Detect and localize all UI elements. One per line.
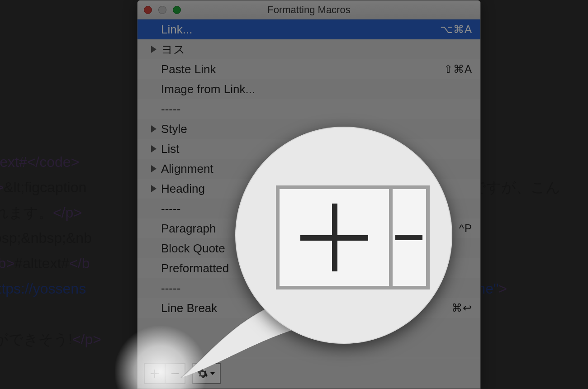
macro-item-paste-link[interactable]: Paste Link ⇧⌘A	[138, 59, 480, 79]
macro-item-label: Image from Link...	[161, 82, 472, 96]
magnified-add-button	[280, 189, 393, 286]
chevron-right-icon	[151, 185, 156, 192]
add-button[interactable]	[145, 364, 165, 383]
window-titlebar[interactable]: Formatting Macros	[138, 0, 480, 19]
magnified-remove-button	[393, 189, 426, 286]
magnifier-callout	[235, 127, 452, 344]
macro-item-shortcut: ⌥⌘A	[440, 23, 472, 36]
macro-item-shortcut: ^P	[459, 222, 472, 235]
plus-icon	[300, 204, 368, 271]
macro-item-yosu[interactable]: ヨス	[138, 39, 480, 59]
magnifier-content	[276, 185, 430, 289]
macro-item-shortcut: ⇧⌘A	[444, 63, 472, 76]
macro-item-label: Link...	[161, 23, 440, 37]
minus-icon	[395, 235, 422, 240]
macro-item-shortcut: ⌘↩	[451, 302, 472, 314]
plus-icon	[150, 369, 160, 379]
macro-item-label: ヨス	[161, 42, 472, 57]
macro-item-link[interactable]: Link... ⌥⌘A	[138, 19, 480, 39]
chevron-right-icon	[151, 125, 156, 133]
window-title: Formatting Macros	[138, 4, 480, 16]
macro-item-label: -----	[161, 102, 472, 116]
chevron-right-icon	[151, 46, 156, 53]
macro-item-separator[interactable]: -----	[138, 99, 480, 119]
macro-item-label: Paste Link	[161, 62, 444, 76]
macro-item-image-from-link[interactable]: Image from Link...	[138, 79, 480, 99]
chevron-right-icon	[151, 145, 156, 152]
chevron-right-icon	[151, 165, 156, 172]
